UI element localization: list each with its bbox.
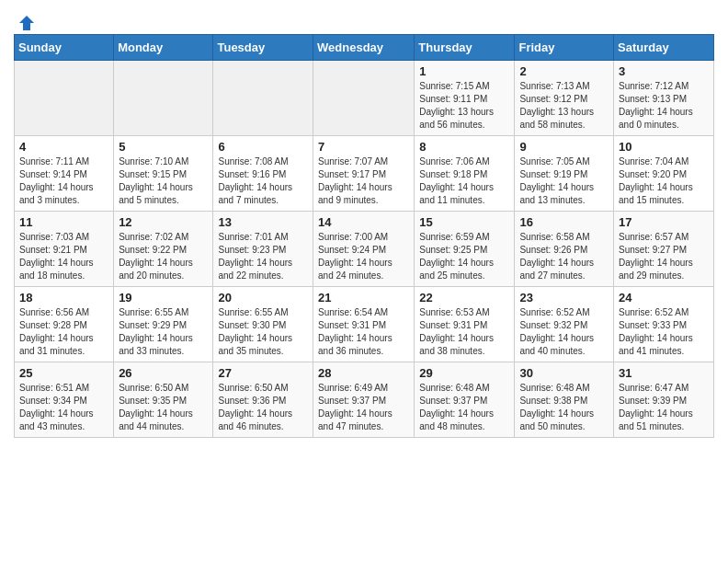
day-info: Sunrise: 6:59 AM Sunset: 9:25 PM Dayligh… <box>419 231 509 282</box>
calendar-cell <box>15 61 114 136</box>
calendar-cell: 30Sunrise: 6:48 AM Sunset: 9:38 PM Dayli… <box>515 362 614 438</box>
calendar-cell: 12Sunrise: 7:02 AM Sunset: 9:22 PM Dayli… <box>114 212 213 287</box>
calendar-cell: 18Sunrise: 6:56 AM Sunset: 9:28 PM Dayli… <box>15 287 114 362</box>
calendar-header-friday: Friday <box>515 35 614 61</box>
day-number: 10 <box>619 140 709 154</box>
day-number: 4 <box>19 140 108 154</box>
day-info: Sunrise: 7:06 AM Sunset: 9:18 PM Dayligh… <box>419 155 509 207</box>
calendar-cell: 16Sunrise: 6:58 AM Sunset: 9:26 PM Dayli… <box>515 212 614 287</box>
day-number: 20 <box>218 291 308 304</box>
day-number: 8 <box>419 140 509 154</box>
calendar-cell: 7Sunrise: 7:07 AM Sunset: 9:17 PM Daylig… <box>313 136 415 212</box>
day-number: 6 <box>218 140 308 154</box>
calendar-cell: 3Sunrise: 7:12 AM Sunset: 9:13 PM Daylig… <box>614 61 714 136</box>
calendar-cell: 10Sunrise: 7:04 AM Sunset: 9:20 PM Dayli… <box>614 136 714 212</box>
day-number: 17 <box>619 215 709 229</box>
calendar-cell: 26Sunrise: 6:50 AM Sunset: 9:35 PM Dayli… <box>114 362 213 438</box>
day-info: Sunrise: 7:05 AM Sunset: 9:19 PM Dayligh… <box>519 155 609 207</box>
day-number: 3 <box>619 64 709 78</box>
day-info: Sunrise: 6:48 AM Sunset: 9:37 PM Dayligh… <box>419 382 509 433</box>
calendar-cell: 23Sunrise: 6:52 AM Sunset: 9:32 PM Dayli… <box>515 287 614 362</box>
calendar-cell: 17Sunrise: 6:57 AM Sunset: 9:27 PM Dayli… <box>614 212 714 287</box>
calendar-cell: 15Sunrise: 6:59 AM Sunset: 9:25 PM Dayli… <box>415 212 515 287</box>
day-number: 28 <box>318 366 409 380</box>
day-number: 26 <box>119 366 208 380</box>
calendar-cell: 11Sunrise: 7:03 AM Sunset: 9:21 PM Dayli… <box>15 212 114 287</box>
day-number: 31 <box>619 366 709 380</box>
calendar-header-tuesday: Tuesday <box>213 35 313 61</box>
calendar-header-monday: Monday <box>114 35 213 61</box>
day-number: 14 <box>318 215 409 229</box>
calendar-cell: 27Sunrise: 6:50 AM Sunset: 9:36 PM Dayli… <box>213 362 313 438</box>
day-number: 27 <box>218 366 308 380</box>
calendar-table: SundayMondayTuesdayWednesdayThursdayFrid… <box>14 34 714 438</box>
day-info: Sunrise: 7:11 AM Sunset: 9:14 PM Dayligh… <box>19 155 108 207</box>
day-number: 7 <box>318 140 409 154</box>
day-info: Sunrise: 6:57 AM Sunset: 9:27 PM Dayligh… <box>619 231 709 282</box>
calendar-header-wednesday: Wednesday <box>313 35 415 61</box>
calendar-cell <box>313 61 415 136</box>
calendar-cell <box>114 61 213 136</box>
day-info: Sunrise: 7:01 AM Sunset: 9:23 PM Dayligh… <box>218 231 308 282</box>
calendar-cell: 24Sunrise: 6:52 AM Sunset: 9:33 PM Dayli… <box>614 287 714 362</box>
calendar-cell: 8Sunrise: 7:06 AM Sunset: 9:18 PM Daylig… <box>415 136 515 212</box>
day-number: 22 <box>419 291 509 304</box>
day-info: Sunrise: 7:02 AM Sunset: 9:22 PM Dayligh… <box>119 231 208 282</box>
day-info: Sunrise: 6:50 AM Sunset: 9:35 PM Dayligh… <box>119 382 208 433</box>
calendar-cell: 20Sunrise: 6:55 AM Sunset: 9:30 PM Dayli… <box>213 287 313 362</box>
day-number: 12 <box>119 215 208 229</box>
day-info: Sunrise: 6:51 AM Sunset: 9:34 PM Dayligh… <box>19 382 108 433</box>
calendar-week-row: 1Sunrise: 7:15 AM Sunset: 9:11 PM Daylig… <box>15 61 714 136</box>
logo-icon <box>17 14 36 32</box>
calendar-cell: 13Sunrise: 7:01 AM Sunset: 9:23 PM Dayli… <box>213 212 313 287</box>
day-number: 29 <box>419 366 509 380</box>
calendar-cell: 21Sunrise: 6:54 AM Sunset: 9:31 PM Dayli… <box>313 287 415 362</box>
day-number: 24 <box>619 291 709 304</box>
day-number: 11 <box>19 215 108 229</box>
day-number: 2 <box>519 64 609 78</box>
calendar-week-row: 25Sunrise: 6:51 AM Sunset: 9:34 PM Dayli… <box>15 362 714 438</box>
calendar-week-row: 11Sunrise: 7:03 AM Sunset: 9:21 PM Dayli… <box>15 212 714 287</box>
day-number: 16 <box>519 215 609 229</box>
day-info: Sunrise: 6:54 AM Sunset: 9:31 PM Dayligh… <box>318 306 409 358</box>
calendar-cell: 19Sunrise: 6:55 AM Sunset: 9:29 PM Dayli… <box>114 287 213 362</box>
calendar-cell: 4Sunrise: 7:11 AM Sunset: 9:14 PM Daylig… <box>15 136 114 212</box>
day-number: 15 <box>419 215 509 229</box>
calendar-cell: 6Sunrise: 7:08 AM Sunset: 9:16 PM Daylig… <box>213 136 313 212</box>
day-number: 30 <box>519 366 609 380</box>
calendar-header-row: SundayMondayTuesdayWednesdayThursdayFrid… <box>15 35 714 61</box>
day-info: Sunrise: 7:08 AM Sunset: 9:16 PM Dayligh… <box>218 155 308 207</box>
day-info: Sunrise: 6:52 AM Sunset: 9:33 PM Dayligh… <box>619 306 709 358</box>
calendar-header-thursday: Thursday <box>415 35 515 61</box>
logo <box>14 14 36 25</box>
day-info: Sunrise: 7:15 AM Sunset: 9:11 PM Dayligh… <box>419 80 509 132</box>
day-number: 25 <box>19 366 108 380</box>
day-number: 23 <box>519 291 609 304</box>
calendar-cell: 28Sunrise: 6:49 AM Sunset: 9:37 PM Dayli… <box>313 362 415 438</box>
day-info: Sunrise: 6:56 AM Sunset: 9:28 PM Dayligh… <box>19 306 108 358</box>
day-info: Sunrise: 6:47 AM Sunset: 9:39 PM Dayligh… <box>619 382 709 433</box>
calendar-cell: 25Sunrise: 6:51 AM Sunset: 9:34 PM Dayli… <box>15 362 114 438</box>
calendar-cell: 2Sunrise: 7:13 AM Sunset: 9:12 PM Daylig… <box>515 61 614 136</box>
day-info: Sunrise: 7:13 AM Sunset: 9:12 PM Dayligh… <box>519 80 609 132</box>
day-info: Sunrise: 6:53 AM Sunset: 9:31 PM Dayligh… <box>419 306 509 358</box>
day-info: Sunrise: 6:55 AM Sunset: 9:29 PM Dayligh… <box>119 306 208 358</box>
calendar-cell: 29Sunrise: 6:48 AM Sunset: 9:37 PM Dayli… <box>415 362 515 438</box>
day-info: Sunrise: 6:58 AM Sunset: 9:26 PM Dayligh… <box>519 231 609 282</box>
calendar-cell: 1Sunrise: 7:15 AM Sunset: 9:11 PM Daylig… <box>415 61 515 136</box>
day-info: Sunrise: 7:03 AM Sunset: 9:21 PM Dayligh… <box>19 231 108 282</box>
day-info: Sunrise: 7:04 AM Sunset: 9:20 PM Dayligh… <box>619 155 709 207</box>
day-number: 21 <box>318 291 409 304</box>
day-info: Sunrise: 6:50 AM Sunset: 9:36 PM Dayligh… <box>218 382 308 433</box>
day-info: Sunrise: 6:52 AM Sunset: 9:32 PM Dayligh… <box>519 306 609 358</box>
calendar-cell: 31Sunrise: 6:47 AM Sunset: 9:39 PM Dayli… <box>614 362 714 438</box>
calendar-cell: 5Sunrise: 7:10 AM Sunset: 9:15 PM Daylig… <box>114 136 213 212</box>
calendar-body: 1Sunrise: 7:15 AM Sunset: 9:11 PM Daylig… <box>15 61 714 438</box>
day-number: 18 <box>19 291 108 304</box>
calendar-header-saturday: Saturday <box>614 35 714 61</box>
calendar-header-sunday: Sunday <box>15 35 114 61</box>
calendar-cell <box>213 61 313 136</box>
day-number: 9 <box>519 140 609 154</box>
day-info: Sunrise: 6:49 AM Sunset: 9:37 PM Dayligh… <box>318 382 409 433</box>
day-number: 13 <box>218 215 308 229</box>
